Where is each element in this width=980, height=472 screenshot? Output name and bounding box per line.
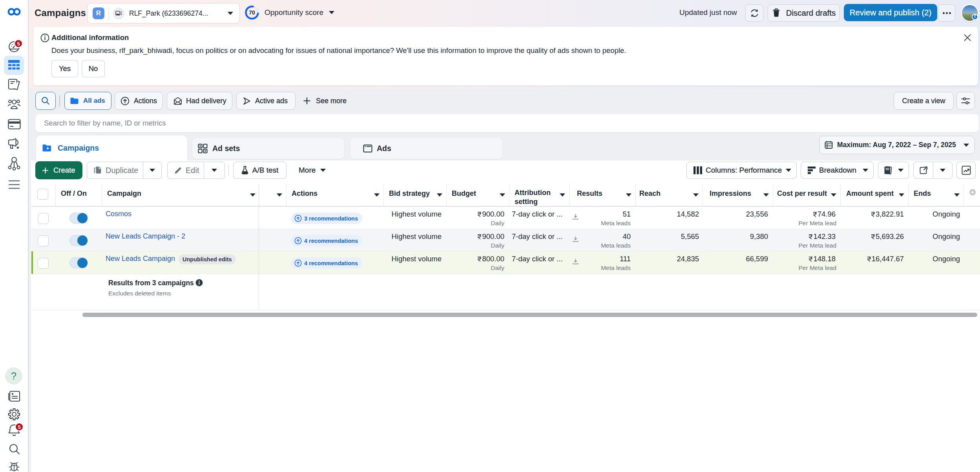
svg-text:70: 70 xyxy=(249,9,255,16)
